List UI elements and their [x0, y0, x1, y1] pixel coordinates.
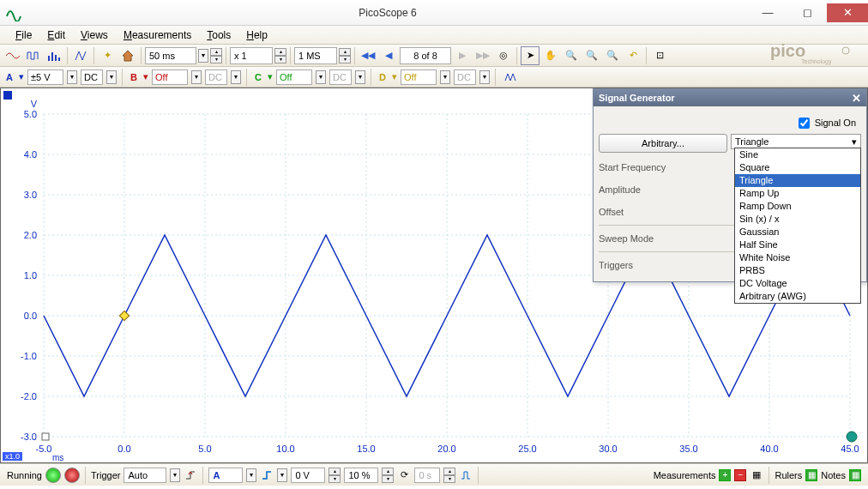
- siggen-toggle-icon[interactable]: [501, 68, 520, 87]
- dropdown-icon[interactable]: ▾: [170, 468, 180, 482]
- delay-field[interactable]: 0 s: [414, 468, 440, 483]
- trigger-advanced-icon[interactable]: [459, 468, 473, 482]
- maximize-button[interactable]: ◻: [787, 3, 827, 22]
- channel-d-down-icon[interactable]: ▾: [392, 71, 397, 82]
- waveform-dropdown-list[interactable]: SineSquareTriangleRamp UpRamp DownSin (x…: [734, 148, 861, 304]
- menu-tools[interactable]: Tools: [207, 29, 231, 41]
- trigger-edge-icon[interactable]: [184, 468, 197, 482]
- dropdown-icon[interactable]: ▾: [440, 70, 450, 84]
- dropdown-icon[interactable]: ▾: [277, 468, 287, 482]
- waveform-option[interactable]: Square: [735, 161, 860, 174]
- dropdown-icon[interactable]: ▾: [191, 70, 202, 84]
- dropdown-icon[interactable]: ▾: [355, 70, 365, 84]
- waveform-option[interactable]: Sine: [735, 148, 860, 161]
- waveform-option[interactable]: Ramp Down: [735, 200, 860, 213]
- level-spinner[interactable]: ▴▾: [329, 468, 341, 483]
- waveform-option[interactable]: Triangle: [735, 174, 860, 187]
- dropdown-icon[interactable]: ▾: [231, 70, 241, 84]
- menu-measurements[interactable]: Measurements: [124, 29, 191, 41]
- svg-text:-3.0: -3.0: [21, 432, 37, 442]
- close-button[interactable]: ✕: [827, 3, 868, 22]
- timebase-spinner[interactable]: ▴▾: [210, 48, 222, 63]
- channel-d-coupling[interactable]: DC: [454, 69, 476, 85]
- channel-d-label[interactable]: D: [377, 72, 389, 82]
- waveform-option[interactable]: DC Voltage: [735, 277, 860, 290]
- pointer-icon[interactable]: ➤: [521, 46, 539, 65]
- wand-icon[interactable]: ✦: [98, 46, 117, 65]
- zoom-rect-icon[interactable]: 🔍: [603, 46, 622, 65]
- channel-b-range[interactable]: Off: [152, 69, 188, 85]
- rising-edge-icon[interactable]: [260, 468, 274, 482]
- waveform-option[interactable]: White Noise: [735, 251, 860, 264]
- marquee-zoom-icon[interactable]: ⊡: [650, 46, 669, 65]
- siggen-close-icon[interactable]: ✕: [852, 92, 861, 105]
- undo-zoom-icon[interactable]: ↶: [624, 46, 642, 65]
- menu-views[interactable]: Views: [81, 29, 108, 41]
- samples-select[interactable]: 1 MS: [294, 47, 337, 64]
- channel-a-range[interactable]: ±5 V: [27, 69, 63, 85]
- dropdown-icon[interactable]: ▾: [316, 70, 326, 84]
- pretrigger-field[interactable]: 10 %: [344, 468, 378, 483]
- samples-spinner[interactable]: ▴▾: [339, 48, 351, 63]
- channel-d-range[interactable]: Off: [401, 69, 437, 85]
- channel-c-label[interactable]: C: [252, 72, 264, 82]
- channel-a-coupling[interactable]: DC: [81, 69, 103, 85]
- notes-icon[interactable]: ▦: [849, 469, 861, 481]
- last-page-icon[interactable]: ▶▶: [473, 46, 492, 65]
- xscale-spinner[interactable]: ▴▾: [274, 48, 286, 63]
- waveform-option[interactable]: Sin (x) / x: [735, 213, 860, 226]
- trigger-channel-select[interactable]: A: [208, 468, 243, 483]
- remove-measurement-icon[interactable]: −: [734, 469, 746, 481]
- persistence-mode-icon[interactable]: [24, 46, 43, 65]
- signal-on-checkbox[interactable]: [799, 118, 810, 129]
- rulers-icon[interactable]: ▦: [805, 469, 817, 481]
- trigger-level[interactable]: 0 V: [291, 468, 325, 483]
- compass-icon[interactable]: ◎: [494, 46, 513, 65]
- menu-edit[interactable]: Edit: [47, 29, 65, 41]
- timebase-dropdown-icon[interactable]: ▾: [198, 49, 208, 63]
- spectrum-mode-icon[interactable]: [45, 46, 63, 65]
- minimize-button[interactable]: —: [748, 3, 787, 22]
- next-page-icon[interactable]: ▶: [453, 46, 472, 65]
- measurement-settings-icon[interactable]: ▦: [750, 468, 763, 482]
- xscale-select[interactable]: x 1: [230, 47, 273, 64]
- channel-c-range[interactable]: Off: [276, 69, 312, 85]
- waveform-option[interactable]: PRBS: [735, 264, 860, 277]
- channel-c-down-icon[interactable]: ▾: [268, 71, 273, 82]
- hand-icon[interactable]: ✋: [541, 46, 560, 65]
- siggen-titlebar[interactable]: Signal Generator ✕: [594, 89, 866, 106]
- dropdown-icon[interactable]: ▾: [246, 468, 256, 482]
- zoom-in-icon[interactable]: 🔍: [562, 46, 581, 65]
- channel-b-label[interactable]: B: [128, 72, 140, 82]
- channel-a-down-icon[interactable]: ▾: [19, 71, 24, 82]
- add-measurement-icon[interactable]: +: [719, 469, 731, 481]
- dropdown-icon[interactable]: ▾: [67, 70, 77, 84]
- zoom-out-icon[interactable]: 🔍: [582, 46, 601, 65]
- waveform-option[interactable]: Arbitrary (AWG): [735, 290, 860, 303]
- delay-icon[interactable]: ⟳: [397, 468, 411, 482]
- scope-mode-icon[interactable]: [3, 46, 22, 65]
- channel-c-coupling[interactable]: DC: [329, 69, 352, 85]
- dropdown-icon[interactable]: ▾: [106, 70, 117, 84]
- run-button[interactable]: [45, 468, 61, 483]
- prev-page-icon[interactable]: ◀: [379, 46, 398, 65]
- first-page-icon[interactable]: ◀◀: [359, 46, 377, 65]
- arbitrary-button[interactable]: Arbitrary...: [599, 134, 727, 153]
- waveform-option[interactable]: Ramp Up: [735, 187, 860, 200]
- stop-button[interactable]: [64, 468, 80, 483]
- home-icon[interactable]: [118, 46, 137, 65]
- pretrigger-spinner[interactable]: ▴▾: [382, 468, 394, 483]
- siggen-icon[interactable]: [71, 46, 90, 65]
- dropdown-icon[interactable]: ▾: [479, 70, 490, 84]
- menu-help[interactable]: Help: [246, 29, 268, 41]
- channel-b-coupling[interactable]: DC: [205, 69, 227, 85]
- waveform-option[interactable]: Half Sine: [735, 238, 860, 251]
- waveform-option[interactable]: Gaussian: [735, 226, 860, 238]
- menu-file[interactable]: File: [15, 29, 32, 41]
- scope-plot[interactable]: -5.00.05.010.015.020.025.030.035.040.045…: [0, 88, 868, 463]
- trigger-mode-select[interactable]: Auto: [124, 468, 166, 483]
- channel-a-label[interactable]: A: [3, 72, 15, 82]
- delay-spinner[interactable]: ▴▾: [443, 468, 455, 483]
- timebase-select[interactable]: 50 ms: [145, 47, 196, 64]
- channel-b-down-icon[interactable]: ▾: [143, 71, 148, 82]
